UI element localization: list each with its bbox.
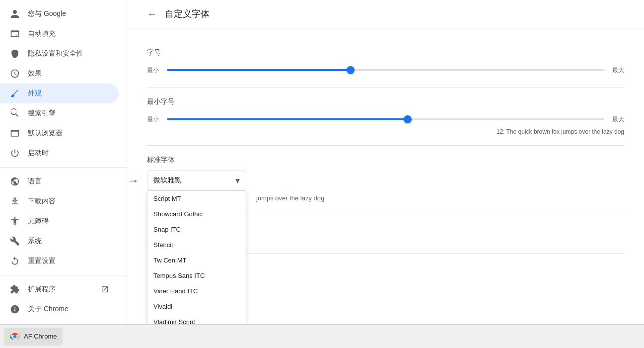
sidebar-divider-1 bbox=[0, 167, 127, 168]
dropdown-selected-value[interactable]: 微软雅黑 ▾ bbox=[147, 171, 246, 190]
min-font-max-label: 最大 bbox=[612, 115, 624, 124]
font-size-min-label: 最小 bbox=[147, 66, 159, 75]
info-icon bbox=[10, 304, 20, 314]
browser-icon bbox=[10, 128, 20, 138]
list-item-scriptmt[interactable]: Script MT bbox=[147, 191, 246, 206]
list-item-snapitc[interactable]: Snap ITC bbox=[147, 222, 246, 237]
sidebar-item-browser[interactable]: 默认浏览器 bbox=[0, 123, 119, 143]
sidebar: 您与 Google 自动填充 隐私设置和安全性 效果 外观 搜索引擎 默认浏 bbox=[0, 0, 127, 348]
min-font-size-thumb[interactable] bbox=[404, 115, 412, 123]
sidebar-label-browser: 默认浏览器 bbox=[28, 129, 63, 138]
dropdown-chevron-icon: ▾ bbox=[235, 175, 240, 186]
list-item-showcard[interactable]: Showcard Gothic bbox=[147, 206, 246, 222]
red-arrow-icon: → bbox=[127, 174, 139, 187]
list-item-twcenmt[interactable]: Tw Cen MT bbox=[147, 253, 246, 268]
list-item-vivaldi[interactable]: Vivaldi bbox=[147, 299, 246, 314]
list-item-stencil[interactable]: Stencil bbox=[147, 237, 246, 253]
font-size-max-label: 最大 bbox=[612, 66, 624, 75]
sidebar-item-appearance[interactable]: 外观 bbox=[0, 84, 119, 103]
sidebar-label-reset: 重置设置 bbox=[28, 257, 56, 265]
sidebar-label-performance: 效果 bbox=[28, 69, 42, 78]
main-content: ← 自定义字体 字号 最小 最大 最小字号 最小 bbox=[127, 0, 644, 348]
sidebar-label-accessibility: 无障碍 bbox=[28, 217, 49, 226]
sidebar-item-reset[interactable]: 重置设置 bbox=[0, 251, 119, 271]
standard-preview-text: jumps over the lazy dog bbox=[256, 194, 324, 202]
taskbar: AF Chrome bbox=[0, 324, 644, 348]
autofill-icon bbox=[10, 29, 20, 39]
sidebar-label-startup: 启动时 bbox=[28, 149, 49, 158]
globe-icon bbox=[10, 176, 20, 186]
taskbar-chrome-app[interactable]: AF Chrome bbox=[4, 328, 63, 346]
sidebar-item-autofill[interactable]: 自动填充 bbox=[0, 24, 119, 44]
sidebar-item-extensions[interactable]: 扩展程序 bbox=[0, 279, 119, 299]
content-area: 字号 最小 最大 最小字号 最小 bbox=[127, 28, 644, 293]
power-icon bbox=[10, 148, 20, 158]
min-font-size-fill bbox=[167, 118, 408, 120]
download-icon bbox=[10, 196, 20, 206]
external-link-icon bbox=[101, 285, 109, 293]
font-size-slider[interactable] bbox=[167, 65, 604, 75]
sidebar-item-about[interactable]: 关于 Chrome bbox=[0, 299, 119, 319]
back-button[interactable]: ← bbox=[147, 8, 157, 20]
sidebar-label-autofill: 自动填充 bbox=[28, 29, 56, 38]
sidebar-label-download: 下载内容 bbox=[28, 197, 56, 206]
sidebar-label-privacy: 隐私设置和安全性 bbox=[28, 49, 83, 58]
min-font-size-slider[interactable] bbox=[167, 114, 604, 124]
min-font-min-label: 最小 bbox=[147, 115, 159, 124]
sidebar-divider-2 bbox=[0, 275, 127, 275]
list-item-tempus[interactable]: Tempus Sans ITC bbox=[147, 268, 246, 283]
sidebar-item-accessibility[interactable]: 无障碍 bbox=[0, 211, 119, 231]
min-font-size-label: 最小字号 bbox=[147, 97, 624, 106]
page-title: 自定义字体 bbox=[165, 8, 210, 20]
standard-font-dropdown[interactable]: 微软雅黑 ▾ Script MT Showcard Gothic Snap IT… bbox=[147, 171, 246, 190]
font-size-label: 字号 bbox=[147, 48, 624, 57]
sidebar-item-startup[interactable]: 启动时 bbox=[0, 143, 119, 163]
standard-font-label: 标准字体 bbox=[147, 156, 624, 165]
sidebar-item-search[interactable]: 搜索引擎 bbox=[0, 103, 119, 123]
accessibility-icon bbox=[10, 216, 20, 226]
font-size-fill bbox=[167, 69, 351, 71]
min-font-size-track bbox=[167, 118, 604, 120]
sidebar-item-language[interactable]: 语言 bbox=[0, 172, 119, 191]
reset-icon bbox=[10, 256, 20, 266]
puzzle-icon bbox=[10, 284, 20, 294]
sidebar-label-system: 系统 bbox=[28, 237, 42, 246]
sidebar-item-system[interactable]: 系统 bbox=[0, 231, 119, 251]
page-header: ← 自定义字体 bbox=[127, 0, 644, 28]
gauge-icon bbox=[10, 69, 20, 79]
svg-point-0 bbox=[13, 335, 17, 338]
min-font-size-section: 最小字号 最小 最大 12: The quick brown fox jumps… bbox=[147, 87, 624, 146]
font-size-section: 字号 最小 最大 bbox=[147, 38, 624, 87]
sidebar-label-appearance: 外观 bbox=[28, 89, 42, 98]
selected-font-label: 微软雅黑 bbox=[153, 176, 181, 185]
standard-font-section: 标准字体 → 微软雅黑 ▾ Script MT Showcard Gothic … bbox=[147, 146, 624, 212]
sidebar-item-privacy[interactable]: 隐私设置和安全性 bbox=[0, 44, 119, 64]
font-size-slider-container: 最小 最大 bbox=[147, 65, 624, 75]
font-size-thumb[interactable] bbox=[347, 66, 355, 74]
chrome-taskbar-icon bbox=[10, 332, 20, 342]
shield-icon bbox=[10, 49, 20, 59]
search-icon bbox=[10, 108, 20, 118]
sidebar-label-language: 语言 bbox=[28, 177, 42, 186]
sidebar-label-google: 您与 Google bbox=[28, 9, 66, 18]
list-item-viner[interactable]: Viner Hand ITC bbox=[147, 283, 246, 299]
sidebar-label-search: 搜索引擎 bbox=[28, 109, 56, 118]
sidebar-label-about: 关于 Chrome bbox=[28, 305, 69, 314]
sidebar-item-google[interactable]: 您与 Google bbox=[0, 4, 119, 24]
font-preview-text: 12: The quick brown fox jumps over the l… bbox=[147, 128, 624, 135]
taskbar-app-label: AF Chrome bbox=[24, 333, 57, 340]
brush-icon bbox=[10, 88, 20, 98]
sidebar-label-extensions: 扩展程序 bbox=[28, 285, 56, 294]
font-size-track bbox=[167, 69, 604, 71]
sidebar-item-performance[interactable]: 效果 bbox=[0, 64, 119, 84]
dropdown-wrapper: → 微软雅黑 ▾ Script MT Showcard Gothic Snap … bbox=[147, 171, 624, 190]
person-icon bbox=[10, 9, 20, 19]
min-font-size-slider-container: 最小 最大 bbox=[147, 114, 624, 124]
wrench-icon bbox=[10, 236, 20, 246]
sidebar-item-download[interactable]: 下载内容 bbox=[0, 191, 119, 211]
